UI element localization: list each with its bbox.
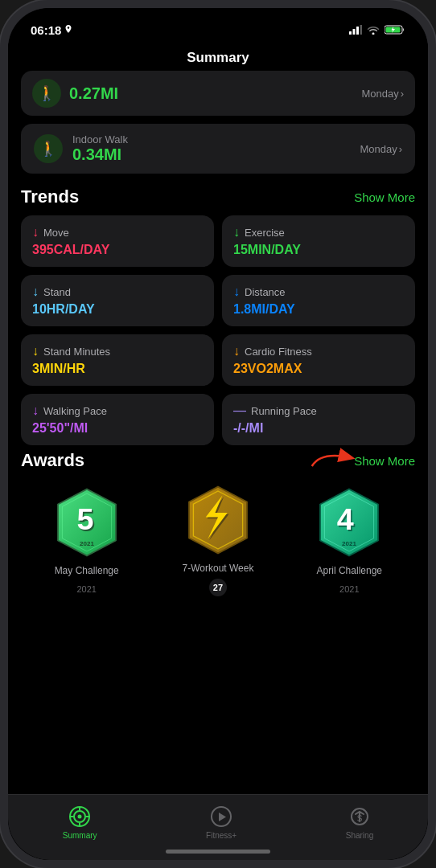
award-may[interactable]: 5 5 2021 May Challenge 2021 (51, 486, 123, 594)
activity-row-2[interactable]: 🚶 Indoor Walk 0.34MI Monday › (21, 124, 415, 174)
distance-arrow-icon: ↓ (233, 285, 240, 299)
stand-min-arrow-icon: ↓ (32, 344, 39, 358)
svg-point-21 (78, 815, 82, 819)
award-workout[interactable]: 7-Workout Week 27 (182, 484, 254, 596)
walk-icon-1: 🚶 (32, 79, 61, 108)
stand-min-label: Stand Minutes (43, 346, 110, 358)
activity-value-2: 0.34MI (72, 145, 128, 164)
cardio-label: Cardio Fitness (245, 346, 312, 358)
activity-label-2: Indoor Walk (72, 133, 128, 145)
trends-show-more[interactable]: Show More (354, 190, 415, 204)
stand-min-value: 3MIN/HR (32, 362, 85, 375)
exercise-value: 15MIN/DAY (233, 243, 301, 256)
location-icon (64, 25, 72, 35)
trends-title: Trends (21, 186, 79, 207)
tab-sharing-label: Sharing (346, 831, 373, 840)
signal-icon (349, 25, 362, 35)
svg-text:2021: 2021 (80, 540, 94, 547)
trend-cardio[interactable]: ↓ Cardio Fitness 23VO2MAX (222, 334, 415, 386)
may-sub: 2021 (76, 584, 96, 594)
svg-text:4: 4 (337, 502, 354, 536)
content[interactable]: 🚶 0.27MI Monday › 🚶 (8, 71, 428, 794)
status-time: 06:18 (31, 23, 72, 37)
stand-arrow-icon: ↓ (32, 285, 39, 299)
battery-icon (385, 25, 405, 35)
activity-time-2: Monday › (360, 143, 402, 155)
tab-sharing[interactable]: S Sharing (346, 805, 373, 840)
svg-text:S: S (357, 814, 363, 823)
cardio-value: 23VO2MAX (233, 362, 302, 375)
awards-show-more[interactable]: Show More (354, 454, 415, 468)
trends-header: Trends Show More (21, 186, 415, 207)
running-pace-label: Running Pace (251, 405, 317, 417)
move-value: 395CAL/DAY (32, 243, 109, 256)
may-challenge-badge: 5 5 2021 (51, 486, 123, 559)
awards-row: 5 5 2021 May Challenge 2021 (21, 484, 415, 596)
cardio-arrow-icon: ↓ (233, 344, 240, 358)
phone-inner: 06:18 (8, 8, 428, 860)
tab-fitness[interactable]: Fitness+ (206, 805, 237, 840)
running-pace-value: -/-/MI (233, 421, 263, 435)
svg-rect-3 (360, 25, 363, 35)
exercise-arrow-icon: ↓ (233, 225, 240, 240)
svg-rect-1 (353, 29, 356, 35)
trends-grid: ↓ Move 395CAL/DAY ↓ Exercise 15MIN/DAY (21, 215, 415, 445)
awards-header: Awards Show More (21, 450, 415, 471)
svg-rect-2 (356, 27, 359, 35)
move-arrow-icon: ↓ (32, 225, 39, 240)
sharing-tab-icon: S (348, 805, 371, 828)
trend-stand-minutes[interactable]: ↓ Stand Minutes 3MIN/HR (21, 334, 214, 386)
award-april[interactable]: 4 4 2021 April Challenge 2021 (313, 486, 385, 594)
notch (154, 8, 282, 32)
trend-move[interactable]: ↓ Move 395CAL/DAY (21, 215, 214, 267)
time-text: 06:18 (31, 23, 61, 37)
stand-label: Stand (43, 286, 71, 298)
awards-section: Awards Show More (21, 450, 415, 596)
phone-frame: 06:18 (0, 0, 436, 868)
nav-title: Summary (8, 43, 428, 71)
home-indicator (166, 850, 270, 854)
april-challenge-badge: 4 4 2021 (313, 486, 385, 559)
status-icons (349, 25, 405, 35)
walking-pace-arrow-icon: ↓ (32, 403, 39, 418)
workout-badge (182, 484, 254, 556)
trend-running-pace[interactable]: — Running Pace -/-/MI (222, 394, 415, 445)
red-arrow-icon (309, 447, 357, 471)
april-sub: 2021 (339, 584, 359, 594)
activity-value-1: 0.27MI (69, 84, 118, 103)
walking-pace-value: 25'50"/MI (32, 421, 88, 435)
trend-stand[interactable]: ↓ Stand 10HR/DAY (21, 275, 214, 326)
running-pace-icon: — (233, 403, 246, 418)
awards-title: Awards (21, 450, 84, 471)
move-label: Move (43, 227, 69, 239)
trend-walking-pace[interactable]: ↓ Walking Pace 25'50"/MI (21, 394, 214, 445)
walking-pace-label: Walking Pace (43, 405, 107, 417)
activity-time-1: Monday › (361, 88, 404, 100)
stand-value: 10HR/DAY (32, 302, 95, 316)
trend-exercise[interactable]: ↓ Exercise 15MIN/DAY (222, 215, 415, 267)
screen: Summary 🚶 0.27MI Monday › (8, 43, 428, 860)
summary-tab-icon (68, 805, 91, 828)
tab-fitness-label: Fitness+ (206, 831, 237, 840)
distance-label: Distance (245, 286, 286, 298)
april-label: April Challenge (317, 565, 382, 578)
fitness-tab-icon (210, 805, 232, 828)
tab-summary-label: Summary (63, 831, 97, 840)
workout-badge-num: 27 (209, 579, 227, 596)
activity-row-1[interactable]: 🚶 0.27MI Monday › (21, 71, 415, 116)
distance-value: 1.8MI/DAY (233, 302, 295, 316)
may-label: May Challenge (55, 565, 119, 578)
workout-label: 7-Workout Week (183, 563, 254, 575)
svg-text:2021: 2021 (342, 540, 356, 547)
tab-summary[interactable]: Summary (63, 805, 97, 840)
trend-distance[interactable]: ↓ Distance 1.8MI/DAY (222, 275, 415, 326)
svg-text:5: 5 (76, 502, 93, 536)
walk-icon-2: 🚶 (34, 134, 63, 163)
wifi-icon (367, 25, 380, 35)
exercise-label: Exercise (245, 227, 285, 239)
svg-rect-0 (349, 31, 352, 35)
